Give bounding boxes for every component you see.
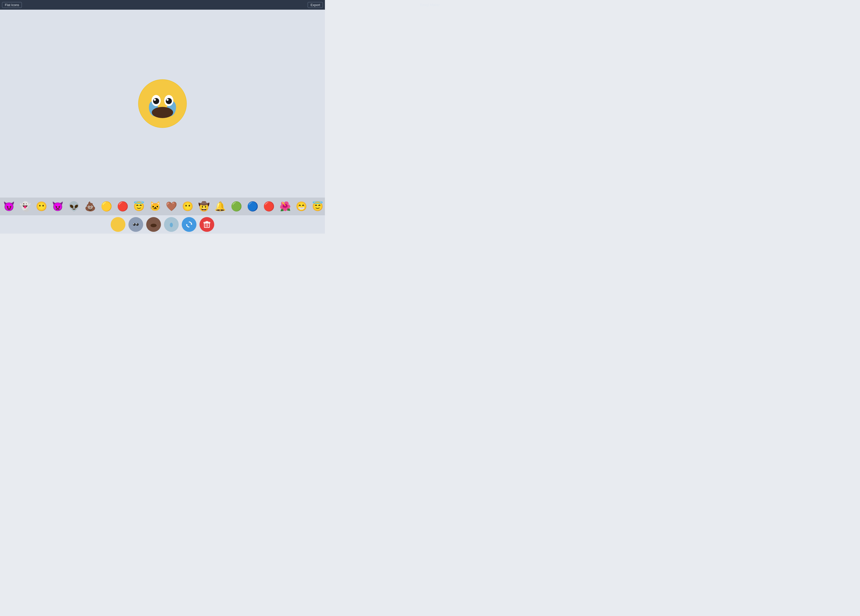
emoji-display (137, 78, 188, 129)
header: Flat Icons Emoji Maker Export (0, 0, 325, 9)
flat-icons-button[interactable]: Flat Icons (2, 2, 22, 8)
svg-point-16 (136, 223, 137, 225)
export-button[interactable]: Export (308, 2, 323, 8)
svg-point-0 (138, 80, 187, 128)
svg-point-7 (153, 98, 159, 104)
bottom-toolbar: 😈👻😶👿👽💩🟡🔴😇🐱🤎😶🤠🔔🟢🔵🔴🌺😁😇🐥🎅🎅 (0, 198, 325, 234)
mouth-button[interactable] (146, 217, 161, 232)
svg-point-14 (136, 223, 139, 226)
svg-point-15 (133, 223, 134, 225)
strip-item-alien[interactable]: 👽 (66, 198, 82, 214)
strip-item-ghost[interactable]: 👻 (17, 198, 33, 214)
strip-item-green[interactable]: 🟢 (228, 198, 244, 214)
strip-item-cowboy[interactable]: 🤠 (196, 198, 212, 214)
strip-item-cat[interactable]: 🐱 (147, 198, 163, 214)
svg-point-4 (152, 107, 173, 118)
strip-item-face-pale[interactable]: 😶 (180, 198, 195, 214)
strip-item-yellow[interactable]: 🟡 (99, 198, 114, 214)
svg-point-18 (151, 224, 157, 227)
strip-item-purple-devil[interactable]: 👿 (50, 198, 66, 214)
strip-item-poop[interactable]: 💩 (82, 198, 98, 214)
strip-item-bell[interactable]: 🔔 (212, 198, 228, 214)
action-row (0, 215, 325, 234)
strip-item-devil[interactable]: 😈 (1, 198, 17, 214)
yellow-face-button[interactable] (111, 217, 126, 232)
main-emoji (137, 78, 188, 129)
svg-point-20 (170, 223, 173, 227)
eyes-button[interactable] (129, 217, 143, 232)
svg-point-8 (166, 98, 172, 104)
strip-item-angel[interactable]: 😇 (131, 198, 147, 214)
emoji-strip: 😈👻😶👿👽💩🟡🔴😇🐱🤎😶🤠🔔🟢🔵🔴🌺😁😇🐥🎅🎅 (0, 198, 325, 215)
svg-rect-23 (204, 223, 209, 228)
svg-point-9 (154, 99, 156, 101)
strip-item-pink[interactable]: 🔴 (261, 198, 277, 214)
strip-item-gray-face[interactable]: 😶 (33, 198, 49, 214)
strip-item-red[interactable]: 🔴 (115, 198, 130, 214)
strip-item-grin[interactable]: 😁 (293, 198, 309, 214)
refresh-button[interactable] (182, 217, 196, 232)
canvas-area (0, 9, 325, 198)
svg-point-10 (166, 99, 168, 101)
strip-item-flower-face[interactable]: 🌺 (277, 198, 293, 214)
strip-item-blue[interactable]: 🔵 (245, 198, 261, 214)
strip-item-halo[interactable]: 😇 (310, 198, 325, 214)
tear-button[interactable] (164, 217, 179, 232)
svg-point-12 (132, 220, 140, 229)
strip-item-brown-face[interactable]: 🤎 (163, 198, 179, 214)
delete-button[interactable] (199, 217, 214, 232)
svg-point-13 (133, 223, 135, 226)
svg-point-11 (114, 220, 122, 229)
